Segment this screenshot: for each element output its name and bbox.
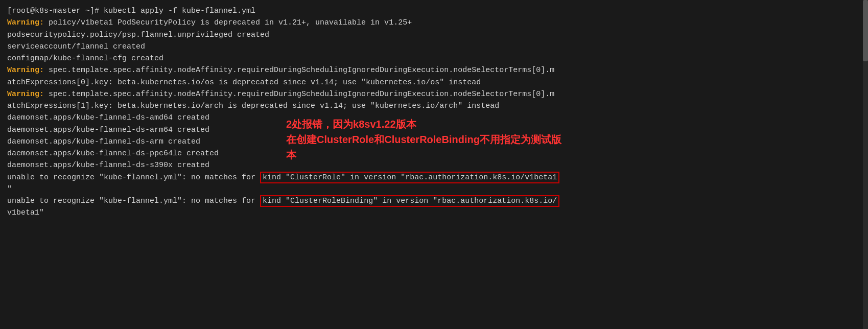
line-15-boxed: kind "ClusterRole" in version "rbac.auth… xyxy=(260,172,559,183)
line-13: daemonset.apps/kube-flannel-ds-ppc64le c… xyxy=(7,148,861,159)
line-14: daemonset.apps/kube-flannel-ds-s390x cre… xyxy=(7,159,861,171)
line-15-before: unable to recognize "kube-flannel.yml": … xyxy=(7,173,260,182)
line-1: [root@k8s-master ~]# kubectl apply -f ku… xyxy=(7,5,861,17)
scrollbar-thumb[interactable] xyxy=(863,0,868,61)
line-8-text: spec.template.spec.affinity.nodeAffinity… xyxy=(44,90,554,99)
line-6-text: spec.template.spec.affinity.nodeAffinity… xyxy=(44,66,554,75)
line-6: Warning: spec.template.spec.affinity.nod… xyxy=(7,64,861,76)
line-17-boxed: kind "ClusterRoleBinding" in version "rb… xyxy=(260,195,559,207)
line-11: daemonset.apps/kube-flannel-ds-arm64 cre… xyxy=(7,124,861,136)
line-15: unable to recognize "kube-flannel.yml": … xyxy=(7,172,861,183)
line-16: " xyxy=(7,183,861,195)
line-3: podsecuritypolicy.policy/psp.flannel.unp… xyxy=(7,29,861,41)
line-17: unable to recognize "kube-flannel.yml": … xyxy=(7,195,861,207)
warning-label-1: Warning: xyxy=(7,18,44,27)
warning-label-3: Warning: xyxy=(7,90,44,99)
line-7: atchExpressions[0].key: beta.kubernetes.… xyxy=(7,77,861,88)
terminal-window: [root@k8s-master ~]# kubectl apply -f ku… xyxy=(0,0,868,329)
line-2-text: policy/v1beta1 PodSecurityPolicy is depr… xyxy=(44,18,412,27)
line-2: Warning: policy/v1beta1 PodSecurityPolic… xyxy=(7,17,861,29)
line-17-before: unable to recognize "kube-flannel.yml": … xyxy=(7,197,260,205)
scrollbar[interactable] xyxy=(863,0,868,329)
line-10: daemonset.apps/kube-flannel-ds-amd64 cre… xyxy=(7,112,861,124)
line-18: v1beta1" xyxy=(7,207,861,219)
line-4: serviceaccount/flannel created xyxy=(7,41,861,53)
line-5: configmap/kube-flannel-cfg created xyxy=(7,53,861,64)
line-12: daemonset.apps/kube-flannel-ds-arm creat… xyxy=(7,136,861,148)
line-8: Warning: spec.template.spec.affinity.nod… xyxy=(7,88,861,100)
warning-label-2: Warning: xyxy=(7,66,44,75)
line-9: atchExpressions[1].key: beta.kubernetes.… xyxy=(7,100,861,112)
